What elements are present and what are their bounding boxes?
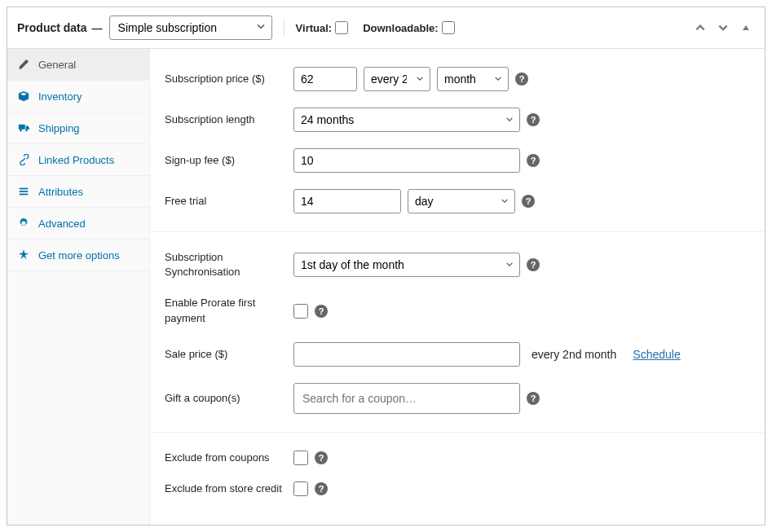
sync-select-wrap: 1st day of the month bbox=[293, 253, 520, 277]
signup-fee-input[interactable] bbox=[293, 148, 520, 173]
subscription-price-input[interactable] bbox=[293, 67, 357, 91]
schedule-link[interactable]: Schedule bbox=[633, 348, 680, 361]
subscription-period-wrap: month bbox=[437, 67, 509, 91]
gift-coupon-label: Gift a coupon(s) bbox=[165, 391, 287, 406]
field-row-prorate: Enable Prorate first payment ? bbox=[150, 288, 765, 333]
subscription-length-select[interactable]: 24 months bbox=[293, 108, 520, 132]
free-trial-label: Free trial bbox=[165, 194, 287, 209]
sidebar-item-advanced[interactable]: Advanced bbox=[7, 208, 149, 240]
gift-coupon-search[interactable] bbox=[293, 383, 520, 414]
field-row-free-trial: Free trial day ? bbox=[150, 181, 765, 222]
help-icon[interactable]: ? bbox=[315, 451, 328, 464]
gear-icon bbox=[17, 217, 30, 230]
sidebar-item-label: Shipping bbox=[38, 122, 80, 134]
header-controls bbox=[691, 19, 755, 37]
exclude-store-credit-label: Exclude from store credit bbox=[165, 481, 287, 496]
sidebar-item-attributes[interactable]: Attributes bbox=[7, 176, 149, 208]
sidebar-item-get-more[interactable]: Get more options bbox=[7, 240, 149, 271]
sidebar-item-label: Linked Products bbox=[38, 154, 114, 166]
help-icon[interactable]: ? bbox=[315, 482, 328, 495]
svg-rect-2 bbox=[20, 194, 29, 196]
panel-body: General Inventory Shipping Linked Produc… bbox=[7, 49, 765, 525]
free-trial-period-wrap: day bbox=[408, 189, 515, 213]
downloadable-label: Downloadable: bbox=[363, 22, 438, 34]
help-icon[interactable]: ? bbox=[527, 392, 540, 405]
sidebar: General Inventory Shipping Linked Produc… bbox=[7, 49, 150, 525]
sale-price-suffix: every 2nd month bbox=[532, 348, 616, 361]
content-section-pricing: Subscription price ($) every 2nd month bbox=[150, 49, 765, 231]
sidebar-item-label: Get more options bbox=[38, 249, 120, 262]
sale-price-label: Sale price ($) bbox=[165, 347, 287, 362]
wrench-icon bbox=[17, 58, 30, 71]
help-icon[interactable]: ? bbox=[315, 305, 328, 318]
help-icon[interactable]: ? bbox=[527, 258, 540, 271]
content-area: Subscription price ($) every 2nd month bbox=[150, 49, 765, 525]
sidebar-item-label: Inventory bbox=[38, 90, 82, 103]
prorate-label: Enable Prorate first payment bbox=[165, 296, 287, 325]
sidebar-item-general[interactable]: General bbox=[7, 49, 149, 81]
exclude-coupons-label: Exclude from coupons bbox=[165, 451, 287, 465]
field-row-subscription-length: Subscription length 24 months ? bbox=[150, 99, 765, 140]
exclude-coupons-checkbox[interactable] bbox=[293, 451, 308, 465]
subscription-interval-wrap: every 2nd bbox=[364, 67, 430, 91]
prorate-checkbox[interactable] bbox=[293, 304, 308, 319]
help-icon[interactable]: ? bbox=[527, 113, 540, 126]
help-icon[interactable]: ? bbox=[522, 195, 535, 208]
field-row-gift-coupon: Gift a coupon(s) ? bbox=[150, 375, 765, 422]
field-row-exclude-coupons: Exclude from coupons ? bbox=[150, 442, 765, 473]
svg-rect-1 bbox=[20, 191, 29, 192]
help-icon[interactable]: ? bbox=[527, 154, 540, 167]
virtual-label: Virtual: bbox=[296, 22, 333, 34]
header-divider bbox=[284, 20, 285, 36]
subscription-price-label: Subscription price ($) bbox=[165, 72, 287, 86]
panel-title-dash: — bbox=[92, 22, 103, 34]
field-row-subscription-price: Subscription price ($) every 2nd month bbox=[150, 59, 765, 99]
virtual-checkbox[interactable] bbox=[335, 21, 348, 34]
sparkle-icon bbox=[17, 248, 30, 262]
field-row-exclude-store-credit: Exclude from store credit ? bbox=[150, 473, 765, 504]
signup-fee-label: Sign-up fee ($) bbox=[165, 153, 287, 168]
field-row-sale-price: Sale price ($) every 2nd month Schedule bbox=[150, 334, 765, 375]
help-icon[interactable]: ? bbox=[515, 73, 528, 86]
panel-title: Product data bbox=[17, 21, 87, 34]
sync-label: Subscription Synchronisation bbox=[165, 250, 287, 279]
free-trial-input[interactable] bbox=[293, 189, 401, 213]
product-data-panel: Product data — Simple subscription Virtu… bbox=[7, 7, 765, 525]
list-icon bbox=[17, 185, 30, 198]
chevron-up-icon[interactable] bbox=[691, 19, 709, 37]
product-type-select-wrap: Simple subscription bbox=[109, 15, 272, 40]
subscription-length-label: Subscription length bbox=[165, 112, 287, 127]
content-section-exclude: Exclude from coupons ? Exclude from stor… bbox=[150, 432, 765, 514]
field-row-sync: Subscription Synchronisation 1st day of … bbox=[150, 242, 765, 288]
field-row-signup-fee: Sign-up fee ($) ? bbox=[150, 140, 765, 181]
sidebar-item-label: Advanced bbox=[38, 218, 86, 230]
truck-icon bbox=[17, 121, 30, 134]
link-icon bbox=[17, 153, 30, 166]
sidebar-item-label: Attributes bbox=[38, 186, 83, 198]
subscription-length-wrap: 24 months bbox=[293, 108, 520, 132]
inventory-icon bbox=[17, 90, 30, 103]
svg-rect-0 bbox=[20, 188, 29, 190]
sync-select[interactable]: 1st day of the month bbox=[293, 253, 520, 277]
subscription-interval-select[interactable]: every 2nd bbox=[364, 67, 430, 91]
content-section-sync: Subscription Synchronisation 1st day of … bbox=[150, 231, 765, 432]
sidebar-item-inventory[interactable]: Inventory bbox=[7, 81, 149, 112]
free-trial-period-select[interactable]: day bbox=[408, 189, 515, 213]
chevron-down-icon[interactable] bbox=[714, 19, 732, 37]
triangle-up-icon[interactable] bbox=[737, 19, 755, 37]
sidebar-item-linked-products[interactable]: Linked Products bbox=[7, 144, 149, 176]
downloadable-checkbox[interactable] bbox=[442, 21, 455, 34]
subscription-period-select[interactable]: month bbox=[437, 67, 509, 91]
sidebar-item-label: General bbox=[38, 59, 76, 71]
sidebar-item-shipping[interactable]: Shipping bbox=[7, 112, 149, 144]
exclude-store-credit-checkbox[interactable] bbox=[293, 481, 308, 496]
sale-price-input[interactable] bbox=[293, 342, 520, 367]
product-type-select[interactable]: Simple subscription bbox=[109, 15, 272, 40]
panel-header: Product data — Simple subscription Virtu… bbox=[7, 7, 765, 49]
